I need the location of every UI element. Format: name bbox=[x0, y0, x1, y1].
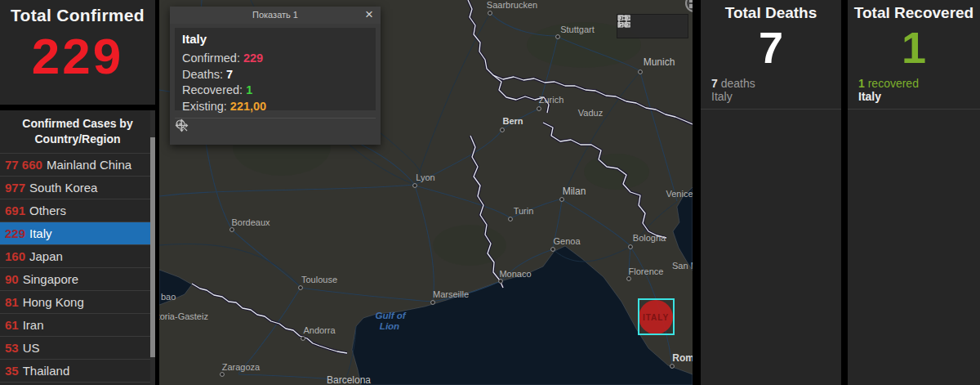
city-label: Saarbrucken bbox=[487, 0, 537, 10]
city-dot bbox=[639, 70, 643, 74]
city-dot bbox=[499, 280, 503, 284]
city-label: Stuttgart bbox=[560, 25, 595, 34]
country-row-thailand[interactable]: 35Thailand bbox=[0, 359, 155, 382]
popup-title: Показать 1 bbox=[252, 10, 298, 20]
city-dot bbox=[220, 373, 225, 377]
total-recovered-value: 1 bbox=[848, 24, 980, 71]
city-label: Florence bbox=[629, 266, 664, 276]
city-dot bbox=[556, 35, 560, 39]
city-dot bbox=[301, 337, 305, 341]
popup-field-existing: Existing:221,00 bbox=[182, 99, 368, 115]
city-label: Munich bbox=[644, 56, 675, 68]
popup-field-confirmed: Confirmed:229 bbox=[182, 51, 368, 67]
covid-dashboard: Total Confirmed 229 Confirmed Cases by C… bbox=[0, 0, 980, 385]
popup-field-deaths: Deaths:7 bbox=[182, 67, 368, 83]
popup-body: Italy Confirmed:229Deaths:7Recovered:1Ex… bbox=[175, 28, 376, 110]
city-label: Venice bbox=[666, 189, 693, 199]
city-dot bbox=[230, 228, 234, 232]
city-label: Andorra bbox=[303, 325, 336, 335]
city-dot bbox=[299, 286, 303, 290]
city-label: Zaragoza bbox=[222, 362, 261, 372]
country-row-iran[interactable]: 61Iran bbox=[0, 313, 155, 336]
country-row-us[interactable]: 53US bbox=[0, 336, 155, 359]
city-dot bbox=[509, 217, 513, 222]
popup-footer bbox=[175, 118, 376, 145]
legend-icon[interactable] bbox=[644, 18, 661, 34]
country-list-panel: Confirmed Cases by Country/Region 77 660… bbox=[0, 110, 155, 385]
country-list-scrollbar[interactable] bbox=[150, 110, 155, 385]
city-label: San Ma bbox=[672, 261, 693, 271]
total-confirmed-panel: Total Confirmed 229 bbox=[0, 0, 155, 105]
popup-header[interactable]: Показать 1 × bbox=[170, 7, 381, 24]
map-popup: Показать 1 × Italy Confirmed:229Deaths:7… bbox=[170, 7, 381, 145]
total-confirmed-title: Total Confirmed bbox=[0, 0, 155, 25]
total-deaths-title: Total Deaths bbox=[701, 0, 841, 22]
city-dot bbox=[560, 198, 564, 202]
country-row-japan[interactable]: 160Japan bbox=[0, 244, 155, 267]
city-label: Genoa bbox=[553, 236, 581, 246]
city-dot bbox=[501, 128, 505, 132]
country-row-italy[interactable]: 229Italy bbox=[0, 222, 155, 244]
popup-country-name: Italy bbox=[182, 32, 368, 46]
basemap-gallery-icon[interactable] bbox=[668, 18, 684, 34]
deaths-substat: 7 deaths Italy bbox=[711, 77, 755, 103]
sea-label-gulf-of-lion-line2: Lion bbox=[380, 321, 399, 331]
popup-field-recovered: Recovered:1 bbox=[182, 83, 368, 99]
italy-marker-label: ITALY bbox=[643, 313, 669, 322]
city-dot bbox=[413, 184, 417, 188]
country-list-title: Confirmed Cases by Country/Region bbox=[0, 110, 155, 147]
city-label: Vaduz bbox=[578, 108, 603, 118]
city-label: Monaco bbox=[499, 269, 531, 279]
city-label: Turin bbox=[514, 206, 534, 216]
scrollbar-thumb[interactable] bbox=[150, 137, 155, 357]
country-row-mainland-china[interactable]: 77 660Mainland China bbox=[0, 153, 155, 176]
city-label: Milan bbox=[563, 186, 586, 197]
city-dot bbox=[551, 248, 555, 252]
city-label: Barcelona bbox=[327, 374, 371, 385]
country-list: 77 660Mainland China977South Korea691Oth… bbox=[0, 153, 155, 382]
total-deaths-panel: Total Deaths 7 7 deaths Italy bbox=[701, 0, 841, 385]
city-label: Rome bbox=[672, 352, 693, 364]
country-list-next-row bbox=[0, 382, 155, 385]
map[interactable]: Gulf of Lion SaarbruckenStuttgartMunichZ… bbox=[159, 0, 693, 385]
city-dot bbox=[488, 11, 492, 16]
country-row-singapore[interactable]: 90Singapore bbox=[0, 267, 155, 290]
city-dot bbox=[629, 245, 633, 249]
country-row-south-korea[interactable]: 977South Korea bbox=[0, 176, 155, 199]
city-label: Bordeaux bbox=[231, 217, 270, 227]
city-label: Bologna bbox=[633, 233, 666, 243]
city-label: Vitoria-Gasteiz bbox=[159, 311, 208, 321]
deaths-region: Italy bbox=[711, 90, 755, 103]
sea-label-gulf-of-lion-line1: Gulf of bbox=[375, 311, 406, 320]
city-label: bao bbox=[161, 292, 176, 302]
map-toolbar bbox=[617, 14, 688, 38]
total-deaths-value: 7 bbox=[701, 24, 841, 71]
total-confirmed-value: 229 bbox=[0, 25, 155, 87]
city-label: Marseille bbox=[433, 289, 469, 299]
city-label: Zurich bbox=[539, 95, 564, 105]
city-dot bbox=[537, 107, 541, 111]
city-label: Lyon bbox=[416, 172, 434, 182]
popup-close-button[interactable]: × bbox=[365, 7, 373, 23]
country-row-hong-kong[interactable]: 81Hong Kong bbox=[0, 290, 155, 313]
zoom-in-icon[interactable] bbox=[216, 123, 232, 140]
recovered-region: Italy bbox=[858, 90, 919, 103]
total-recovered-title: Total Recovered bbox=[848, 0, 980, 22]
country-row-others[interactable]: 691Others bbox=[0, 199, 155, 222]
total-recovered-panel: Total Recovered 1 1 recovered Italy bbox=[848, 0, 980, 385]
city-label: Bern bbox=[502, 116, 523, 126]
city-dot bbox=[627, 277, 631, 281]
recovered-substat: 1 recovered Italy bbox=[858, 77, 919, 103]
city-dot bbox=[670, 365, 675, 369]
city-label: Toulouse bbox=[301, 275, 337, 284]
city-dot bbox=[431, 301, 435, 305]
